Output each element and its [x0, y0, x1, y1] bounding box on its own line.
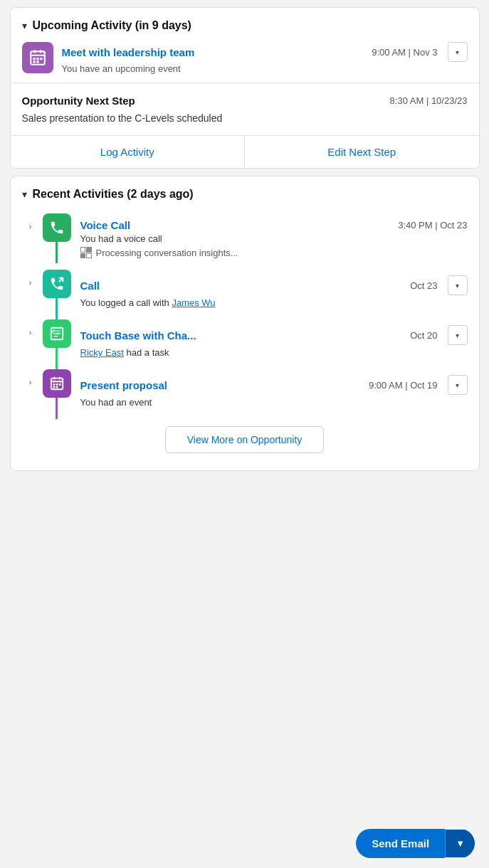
task-dropdown-icon: ▾ — [456, 332, 459, 339]
upcoming-event-content: Meet with leadership team 9:00 AM | Nov … — [62, 42, 468, 74]
next-step-timestamp: 8:30 AM | 10/23/23 — [390, 95, 468, 106]
recent-title: Recent Activities (2 days ago) — [33, 188, 194, 201]
calendar-icon — [28, 48, 47, 67]
event-title[interactable]: Present proposal — [80, 379, 168, 391]
call-top-row: Call Oct 23 ▾ — [80, 275, 468, 295]
event-calendar-icon — [49, 376, 65, 391]
recent-collapse-icon[interactable]: ▾ — [22, 189, 27, 200]
upcoming-activity-card: ▾ Upcoming Activity (in 9 days) — [10, 7, 480, 169]
task-icon — [49, 326, 65, 342]
upcoming-title: Upcoming Activity (in 9 days) — [33, 19, 191, 32]
voice-call-expand[interactable]: › — [22, 213, 39, 231]
task-linked-person[interactable]: Ricky East — [80, 347, 124, 358]
next-step-label: Opportunity Next Step — [22, 95, 135, 107]
task-top-row: Touch Base with Cha... Oct 20 ▾ — [80, 325, 468, 345]
event-icon-col — [39, 369, 75, 419]
task-icon-box — [43, 319, 71, 348]
upcoming-event-title[interactable]: Meet with leadership team — [62, 46, 195, 58]
call-timestamp: Oct 23 — [410, 280, 437, 291]
call-icon-col — [39, 270, 75, 319]
recent-header: ▾ Recent Activities (2 days ago) — [22, 188, 468, 201]
svg-rect-7 — [33, 60, 35, 63]
task-icon-col — [39, 319, 75, 369]
event-dropdown-icon: ▾ — [456, 381, 459, 389]
timeline-item-task: › Touch Base with Cha... Oct 20 — [22, 319, 468, 369]
upcoming-event-dropdown[interactable]: ▾ — [448, 42, 468, 62]
voice-call-expand-icon: › — [29, 222, 32, 231]
task-timestamp: Oct 20 — [410, 330, 437, 341]
dropdown-arrow-icon: ▾ — [456, 48, 459, 56]
event-dropdown-btn[interactable]: ▾ — [448, 375, 468, 395]
upcoming-event-row: Meet with leadership team 9:00 AM | Nov … — [22, 42, 468, 74]
upcoming-header: ▾ Upcoming Activity (in 9 days) — [22, 19, 468, 32]
next-step-header: Opportunity Next Step 8:30 AM | 10/23/23 — [22, 95, 468, 107]
task-line — [56, 348, 58, 369]
action-buttons-row: Log Activity Edit Next Step — [11, 135, 479, 168]
processing-icon — [80, 247, 92, 258]
call-icon — [49, 276, 65, 292]
event-expand-icon: › — [29, 378, 32, 386]
call-expand[interactable]: › — [22, 270, 39, 287]
task-expand-icon: › — [29, 328, 32, 337]
recent-activities-card: ▾ Recent Activities (2 days ago) › Voice… — [10, 176, 480, 471]
voice-call-processing: Processing conversation insights... — [80, 247, 468, 258]
svg-rect-19 — [56, 383, 58, 386]
call-line — [56, 298, 58, 319]
call-expand-icon: › — [29, 278, 32, 287]
voice-call-title[interactable]: Voice Call — [80, 219, 131, 231]
calendar-icon-box — [22, 42, 53, 73]
task-title[interactable]: Touch Base with Cha... — [80, 329, 196, 342]
voice-call-description: You had a voice call — [80, 233, 468, 244]
processing-text: Processing conversation insights... — [96, 248, 238, 258]
log-activity-button[interactable]: Log Activity — [11, 136, 245, 168]
task-content: Touch Base with Cha... Oct 20 ▾ Ricky Ea… — [75, 319, 468, 369]
bottom-bar: Send Email ▼ — [0, 819, 489, 868]
send-email-dropdown-button[interactable]: ▼ — [445, 830, 475, 857]
event-line — [56, 398, 58, 419]
svg-rect-4 — [33, 58, 35, 60]
call-dropdown-btn[interactable]: ▾ — [448, 275, 468, 295]
edit-next-step-button[interactable]: Edit Next Step — [244, 136, 479, 168]
call-dropdown-icon: ▾ — [456, 282, 459, 290]
svg-rect-20 — [58, 383, 61, 386]
svg-rect-21 — [53, 386, 55, 388]
call-description: You logged a call with James Wu — [80, 297, 468, 308]
call-title[interactable]: Call — [80, 280, 100, 292]
next-step-section: Opportunity Next Step 8:30 AM | 10/23/23… — [11, 83, 479, 135]
event-expand[interactable]: › — [22, 369, 39, 386]
upcoming-section: ▾ Upcoming Activity (in 9 days) — [11, 8, 479, 74]
event-timestamp: 9:00 AM | Oct 19 — [369, 380, 438, 391]
timeline-item-voice-call: › Voice Call 3:40 PM | Oct 23 You had a … — [22, 213, 468, 270]
svg-rect-6 — [40, 58, 42, 60]
call-icon-box — [43, 270, 71, 298]
timeline-item-event: › Present proposal — [22, 369, 468, 419]
voice-call-icon-box — [43, 213, 71, 242]
svg-rect-22 — [56, 386, 58, 388]
voice-call-content: Voice Call 3:40 PM | Oct 23 You had a vo… — [75, 213, 468, 270]
event-content: Present proposal 9:00 AM | Oct 19 ▾ You … — [75, 369, 468, 419]
upcoming-collapse-icon[interactable]: ▾ — [22, 20, 27, 31]
view-more-button[interactable]: View More on Opportunity — [165, 426, 325, 453]
call-linked-person[interactable]: James Wu — [172, 297, 215, 308]
send-email-dropdown-arrow-icon: ▼ — [456, 838, 465, 849]
send-email-button[interactable]: Send Email — [356, 829, 445, 858]
voice-call-top-row: Voice Call 3:40 PM | Oct 23 — [80, 219, 468, 231]
next-step-description: Sales presentation to the C-Levels sched… — [22, 112, 468, 124]
timeline-item-call: › Call Oct 23 ▾ — [22, 270, 468, 319]
voice-call-timestamp: 3:40 PM | Oct 23 — [398, 220, 467, 231]
svg-rect-8 — [36, 60, 38, 63]
upcoming-event-top-row: Meet with leadership team 9:00 AM | Nov … — [62, 42, 468, 62]
task-description: Ricky East had a task — [80, 347, 468, 358]
event-icon-box — [43, 369, 71, 398]
send-email-btn-group: Send Email ▼ — [356, 829, 475, 858]
voice-call-icon-col — [39, 213, 75, 263]
voice-call-line — [56, 242, 58, 263]
task-expand[interactable]: › — [22, 319, 39, 337]
svg-rect-18 — [53, 383, 55, 386]
task-dropdown-btn[interactable]: ▾ — [448, 325, 468, 345]
upcoming-event-timestamp: 9:00 AM | Nov 3 — [372, 47, 437, 58]
call-content: Call Oct 23 ▾ You logged a call with Jam… — [75, 270, 468, 319]
event-description: You had an event — [80, 397, 468, 408]
phone-icon — [49, 220, 65, 235]
svg-rect-5 — [36, 58, 38, 60]
